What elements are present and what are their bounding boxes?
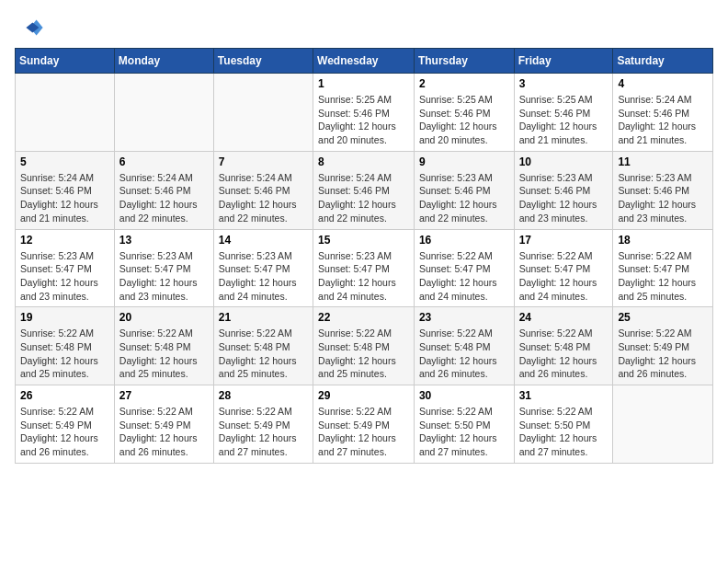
calendar-cell <box>613 385 713 464</box>
calendar-cell: 10Sunrise: 5:23 AMSunset: 5:46 PMDayligh… <box>514 151 613 229</box>
day-info: Sunrise: 5:22 AMSunset: 5:48 PMDaylight:… <box>119 327 209 381</box>
calendar-cell: 17Sunrise: 5:22 AMSunset: 5:47 PMDayligh… <box>514 229 613 307</box>
calendar-cell: 12Sunrise: 5:23 AMSunset: 5:47 PMDayligh… <box>16 229 115 307</box>
page-header <box>15 15 713 44</box>
day-info: Sunrise: 5:22 AMSunset: 5:48 PMDaylight:… <box>20 327 109 381</box>
day-info: Sunrise: 5:22 AMSunset: 5:49 PMDaylight:… <box>119 405 209 459</box>
calendar-cell: 26Sunrise: 5:22 AMSunset: 5:49 PMDayligh… <box>16 385 115 464</box>
calendar-table: SundayMondayTuesdayWednesdayThursdayFrid… <box>15 48 713 464</box>
day-number: 11 <box>618 155 708 168</box>
day-number: 2 <box>419 77 509 90</box>
day-number: 4 <box>618 77 708 90</box>
calendar-cell: 2Sunrise: 5:25 AMSunset: 5:46 PMDaylight… <box>414 74 514 152</box>
day-info: Sunrise: 5:22 AMSunset: 5:48 PMDaylight:… <box>419 327 509 381</box>
day-number: 30 <box>419 389 509 402</box>
day-number: 9 <box>419 155 509 168</box>
day-header-friday: Friday <box>514 49 613 74</box>
day-number: 16 <box>419 234 509 247</box>
week-row-3: 12Sunrise: 5:23 AMSunset: 5:47 PMDayligh… <box>16 229 713 307</box>
calendar-cell: 18Sunrise: 5:22 AMSunset: 5:47 PMDayligh… <box>613 229 713 307</box>
logo <box>15 15 44 44</box>
day-number: 20 <box>119 311 209 324</box>
day-info: Sunrise: 5:24 AMSunset: 5:46 PMDaylight:… <box>219 171 308 225</box>
calendar-cell <box>16 74 115 152</box>
day-number: 7 <box>219 155 308 168</box>
day-number: 27 <box>119 389 209 402</box>
day-info: Sunrise: 5:25 AMSunset: 5:46 PMDaylight:… <box>519 93 609 147</box>
calendar-cell: 13Sunrise: 5:23 AMSunset: 5:47 PMDayligh… <box>114 229 213 307</box>
day-number: 8 <box>318 155 409 168</box>
week-row-5: 26Sunrise: 5:22 AMSunset: 5:49 PMDayligh… <box>16 385 713 464</box>
calendar-cell: 25Sunrise: 5:22 AMSunset: 5:49 PMDayligh… <box>613 307 713 385</box>
logo-icon <box>18 15 44 40</box>
day-number: 21 <box>219 311 308 324</box>
calendar-cell: 30Sunrise: 5:22 AMSunset: 5:50 PMDayligh… <box>414 385 514 464</box>
calendar-cell: 8Sunrise: 5:24 AMSunset: 5:46 PMDaylight… <box>313 151 415 229</box>
calendar-cell: 29Sunrise: 5:22 AMSunset: 5:49 PMDayligh… <box>313 385 415 464</box>
day-info: Sunrise: 5:22 AMSunset: 5:48 PMDaylight:… <box>318 327 409 381</box>
day-number: 23 <box>419 311 509 324</box>
calendar-cell: 19Sunrise: 5:22 AMSunset: 5:48 PMDayligh… <box>16 307 115 385</box>
day-info: Sunrise: 5:23 AMSunset: 5:47 PMDaylight:… <box>20 249 109 304</box>
day-number: 10 <box>519 155 609 168</box>
day-number: 1 <box>318 77 409 90</box>
day-info: Sunrise: 5:25 AMSunset: 5:46 PMDaylight:… <box>318 93 409 147</box>
day-number: 19 <box>20 311 109 324</box>
day-info: Sunrise: 5:22 AMSunset: 5:47 PMDaylight:… <box>618 249 708 304</box>
header-row: SundayMondayTuesdayWednesdayThursdayFrid… <box>16 49 713 74</box>
calendar-cell: 5Sunrise: 5:24 AMSunset: 5:46 PMDaylight… <box>16 151 115 229</box>
day-info: Sunrise: 5:22 AMSunset: 5:49 PMDaylight:… <box>318 405 409 459</box>
calendar-cell: 27Sunrise: 5:22 AMSunset: 5:49 PMDayligh… <box>114 385 213 464</box>
day-number: 18 <box>618 234 708 247</box>
calendar-cell: 4Sunrise: 5:24 AMSunset: 5:46 PMDaylight… <box>613 74 713 152</box>
calendar-cell: 3Sunrise: 5:25 AMSunset: 5:46 PMDaylight… <box>514 74 613 152</box>
day-header-wednesday: Wednesday <box>313 49 415 74</box>
day-number: 29 <box>318 389 409 402</box>
day-info: Sunrise: 5:24 AMSunset: 5:46 PMDaylight:… <box>618 93 708 147</box>
day-info: Sunrise: 5:23 AMSunset: 5:47 PMDaylight:… <box>119 249 209 304</box>
day-header-thursday: Thursday <box>414 49 514 74</box>
day-info: Sunrise: 5:22 AMSunset: 5:47 PMDaylight:… <box>419 249 509 304</box>
day-info: Sunrise: 5:23 AMSunset: 5:46 PMDaylight:… <box>618 171 708 225</box>
day-number: 31 <box>519 389 609 402</box>
day-number: 3 <box>519 77 609 90</box>
calendar-cell: 21Sunrise: 5:22 AMSunset: 5:48 PMDayligh… <box>213 307 313 385</box>
day-info: Sunrise: 5:22 AMSunset: 5:48 PMDaylight:… <box>219 327 308 381</box>
day-number: 6 <box>119 155 209 168</box>
day-info: Sunrise: 5:22 AMSunset: 5:49 PMDaylight:… <box>219 405 308 459</box>
calendar-cell: 28Sunrise: 5:22 AMSunset: 5:49 PMDayligh… <box>213 385 313 464</box>
calendar-cell <box>114 74 213 152</box>
day-info: Sunrise: 5:23 AMSunset: 5:46 PMDaylight:… <box>519 171 609 225</box>
day-info: Sunrise: 5:22 AMSunset: 5:50 PMDaylight:… <box>419 405 509 459</box>
day-number: 5 <box>20 155 109 168</box>
week-row-4: 19Sunrise: 5:22 AMSunset: 5:48 PMDayligh… <box>16 307 713 385</box>
day-info: Sunrise: 5:22 AMSunset: 5:49 PMDaylight:… <box>20 405 109 459</box>
day-info: Sunrise: 5:22 AMSunset: 5:47 PMDaylight:… <box>519 249 609 304</box>
calendar-cell: 7Sunrise: 5:24 AMSunset: 5:46 PMDaylight… <box>213 151 313 229</box>
day-info: Sunrise: 5:22 AMSunset: 5:49 PMDaylight:… <box>618 327 708 381</box>
day-header-tuesday: Tuesday <box>213 49 313 74</box>
calendar-cell: 24Sunrise: 5:22 AMSunset: 5:48 PMDayligh… <box>514 307 613 385</box>
day-number: 13 <box>119 234 209 247</box>
calendar-cell <box>213 74 313 152</box>
day-number: 12 <box>20 234 109 247</box>
calendar-cell: 9Sunrise: 5:23 AMSunset: 5:46 PMDaylight… <box>414 151 514 229</box>
day-info: Sunrise: 5:23 AMSunset: 5:47 PMDaylight:… <box>318 249 409 304</box>
calendar-cell: 23Sunrise: 5:22 AMSunset: 5:48 PMDayligh… <box>414 307 514 385</box>
calendar-cell: 22Sunrise: 5:22 AMSunset: 5:48 PMDayligh… <box>313 307 415 385</box>
day-number: 15 <box>318 234 409 247</box>
day-header-monday: Monday <box>114 49 213 74</box>
day-header-saturday: Saturday <box>613 49 713 74</box>
day-number: 28 <box>219 389 308 402</box>
calendar-cell: 16Sunrise: 5:22 AMSunset: 5:47 PMDayligh… <box>414 229 514 307</box>
day-info: Sunrise: 5:25 AMSunset: 5:46 PMDaylight:… <box>419 93 509 147</box>
day-number: 22 <box>318 311 409 324</box>
day-info: Sunrise: 5:22 AMSunset: 5:48 PMDaylight:… <box>519 327 609 381</box>
calendar-cell: 14Sunrise: 5:23 AMSunset: 5:47 PMDayligh… <box>213 229 313 307</box>
day-info: Sunrise: 5:22 AMSunset: 5:50 PMDaylight:… <box>519 405 609 459</box>
calendar-cell: 1Sunrise: 5:25 AMSunset: 5:46 PMDaylight… <box>313 74 415 152</box>
calendar-cell: 31Sunrise: 5:22 AMSunset: 5:50 PMDayligh… <box>514 385 613 464</box>
day-info: Sunrise: 5:24 AMSunset: 5:46 PMDaylight:… <box>318 171 409 225</box>
day-info: Sunrise: 5:24 AMSunset: 5:46 PMDaylight:… <box>20 171 109 225</box>
day-info: Sunrise: 5:23 AMSunset: 5:47 PMDaylight:… <box>219 249 308 304</box>
